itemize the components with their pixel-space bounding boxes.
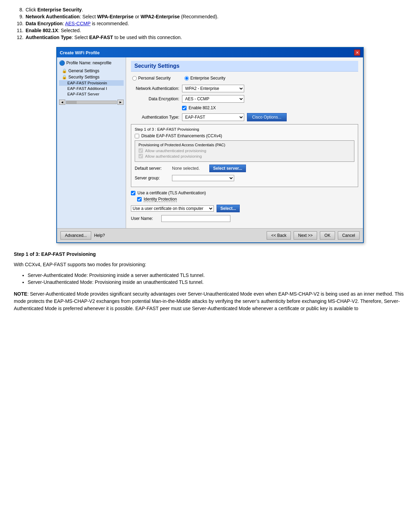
wpa2-enterprise-text: WPA2-Enterprise <box>141 14 180 19</box>
username-form-label: User Name: <box>131 216 159 221</box>
default-server-form-label: Default server: <box>135 166 169 171</box>
note-text: : Server-Authenticated Mode provides sig… <box>14 291 404 311</box>
bullet-server-unauth: Server-Unauthenticated Mode: Provisionin… <box>28 279 406 285</box>
general-settings-item[interactable]: 🔒 General Settings <box>59 68 124 74</box>
close-button[interactable]: ✕ <box>354 49 360 56</box>
step-heading: Step 1 of 3: EAP-FAST Provisioning <box>14 251 406 257</box>
enterprise-security-text: Enterprise Security <box>37 7 82 12</box>
cisco-options-button[interactable]: Cisco Options... <box>247 113 287 121</box>
enable-8021x-label: Enable 802.1X <box>26 28 58 33</box>
list-item-8: 8. Click Enterprise Security. <box>14 7 406 12</box>
ok-button[interactable]: OK <box>320 231 335 240</box>
step-box-title: Step 1 of 3 : EAP-FAST Provisioning <box>135 127 354 131</box>
eap-fast-server-item[interactable]: EAP-FAST Server <box>59 91 124 97</box>
disable-eap-fast-row: Disable EAP-FAST Enhancements (CCXv4) <box>135 133 354 138</box>
scroll-thumb <box>66 101 77 104</box>
bottom-left-buttons: Advanced... Help? <box>60 231 264 240</box>
provisioning-bullets: Server-Authenticated Mode: Provisioning … <box>28 272 406 285</box>
enterprise-security-label-text: Enterprise Security <box>190 76 225 81</box>
pac-box-title: Provisioning of Protected Access Credent… <box>139 143 351 147</box>
dialog-bottom: Advanced... Help? << Back Next >> OK Can… <box>57 228 363 242</box>
select-cert-button[interactable]: Select... <box>217 205 240 212</box>
lock-icon-general: 🔒 <box>62 68 67 73</box>
list-item-9: 9. Network Authentication: Select WPA-En… <box>14 14 406 19</box>
dialog-titlebar: Create WiFi Profile ✕ <box>57 48 363 57</box>
enable-8021x-label: Enable 802.1X <box>189 105 216 110</box>
left-panel-scrollbar[interactable]: ◄ ► <box>59 100 124 105</box>
bullet-server-auth: Server-Authenticated Mode: Provisioning … <box>28 272 406 278</box>
back-button[interactable]: << Back <box>267 231 291 240</box>
username-input[interactable] <box>161 215 230 222</box>
general-settings-label: General Settings <box>68 68 99 73</box>
data-enc-select[interactable]: AES - CCMP <box>182 95 244 103</box>
profile-name-item: 🔵 Profile Name: newprofile <box>59 60 124 66</box>
wpa-enterprise-text: WPA-Enterprise <box>97 14 134 19</box>
instructions-list: 8. Click Enterprise Security. 9. Network… <box>14 7 406 40</box>
allow-unauth-checkbox <box>139 148 143 153</box>
profile-icon: 🔵 <box>59 60 65 66</box>
auth-type-form-label: Authentication Type: <box>131 115 179 120</box>
scroll-left-arrow[interactable]: ◄ <box>59 100 65 105</box>
step-box: Step 1 of 3 : EAP-FAST Provisioning Disa… <box>131 124 358 187</box>
tls-checkbox[interactable] <box>131 191 135 195</box>
network-auth-select[interactable]: WPA2 - Enterprise <box>182 85 244 92</box>
identity-row: Identity Protection <box>131 197 358 202</box>
allow-unauth-label: Allow unauthenticated provisioning <box>145 149 206 153</box>
disable-eap-fast-label: Disable EAP-FAST Enhancements (CCXv4) <box>141 133 222 138</box>
intro-para: With CCXv4, EAP-FAST supports two modes … <box>14 261 406 268</box>
data-enc-form-label: Data Encryption: <box>131 96 179 101</box>
cancel-button[interactable]: Cancel <box>338 231 360 240</box>
enable-8021x-checkbox[interactable] <box>182 106 187 110</box>
allow-auth-checkbox <box>139 154 143 158</box>
note-label: NOTE <box>14 291 27 297</box>
server-group-row: Server group: <box>135 175 354 181</box>
username-row: User Name: <box>131 215 358 222</box>
server-group-select[interactable] <box>172 175 234 181</box>
note-paragraph: NOTE: Server-Authenticated Mode provides… <box>14 290 406 312</box>
lock-icon-security: 🔒 <box>62 75 67 80</box>
next-button[interactable]: Next >> <box>294 231 317 240</box>
network-auth-label: Network Authentication <box>26 14 80 19</box>
eap-fast-additional-item[interactable]: EAP-FAST Additional I <box>59 86 124 91</box>
profile-name-text: Profile Name: newprofile <box>66 61 112 65</box>
eap-fast-server-label: EAP-FAST Server <box>67 92 99 96</box>
security-settings-heading: Security Settings <box>131 61 358 72</box>
eap-fast-provisioning-label: EAP-FAST Provisionin <box>67 81 107 85</box>
allow-unauth-row: Allow unauthenticated provisioning <box>139 148 351 153</box>
create-wifi-dialog: Create WiFi Profile ✕ 🔵 Profile Name: ne… <box>56 47 364 243</box>
data-encryption-label: Data Encryption <box>26 21 63 26</box>
advanced-button[interactable]: Advanced... <box>60 231 91 240</box>
security-settings-label: Security Settings <box>68 75 99 80</box>
list-item-10: 10. Data Encryption: AES-CCMP is recomme… <box>14 21 406 26</box>
eap-fast-additional-label: EAP-FAST Additional I <box>67 86 107 91</box>
bottom-right-buttons: << Back Next >> OK Cancel <box>267 231 360 240</box>
dialog-body: 🔵 Profile Name: newprofile 🔒 General Set… <box>57 57 363 228</box>
user-cert-row: Use a user certificate on this computer … <box>131 205 358 212</box>
security-settings-item[interactable]: 🔒 Security Settings <box>59 74 124 80</box>
enterprise-security-radio-label[interactable]: Enterprise Security <box>184 76 225 81</box>
pac-box: Provisioning of Protected Access Credent… <box>135 140 354 162</box>
scroll-right-arrow[interactable]: ► <box>117 100 124 105</box>
auth-type-select[interactable]: EAP-FAST <box>182 113 244 121</box>
list-item-11: 11. Enable 802.1X: Selected. <box>14 28 406 33</box>
eap-fast-provisioning-item[interactable]: EAP-FAST Provisionin <box>59 80 124 86</box>
default-server-value: None selected. <box>172 166 207 171</box>
data-enc-row: Data Encryption: AES - CCMP <box>131 95 358 103</box>
left-panel: 🔵 Profile Name: newprofile 🔒 General Set… <box>57 57 126 228</box>
disable-eap-fast-checkbox[interactable] <box>135 134 139 138</box>
dialog-title: Create WiFi Profile <box>60 50 99 55</box>
personal-security-radio[interactable] <box>132 76 137 81</box>
identity-checkbox[interactable] <box>137 197 142 202</box>
allow-auth-label: Allow authenticated provisioning <box>145 154 202 158</box>
default-server-row: Default server: None selected. Select se… <box>135 165 354 172</box>
help-label: Help? <box>94 233 105 238</box>
select-server-button[interactable]: Select server... <box>209 165 246 172</box>
server-group-form-label: Server group: <box>135 176 169 180</box>
auth-type-label-text: Authentication Type <box>26 35 72 40</box>
aes-ccmp-link[interactable]: AES-CCMP <box>65 21 90 26</box>
user-cert-select[interactable]: Use a user certificate on this computer <box>131 205 214 212</box>
dialog-wrapper: Create WiFi Profile ✕ 🔵 Profile Name: ne… <box>14 47 406 243</box>
personal-security-radio-label[interactable]: Personal Security <box>132 76 171 81</box>
enterprise-security-radio[interactable] <box>184 76 189 81</box>
security-type-row: Personal Security Enterprise Security <box>131 76 358 81</box>
